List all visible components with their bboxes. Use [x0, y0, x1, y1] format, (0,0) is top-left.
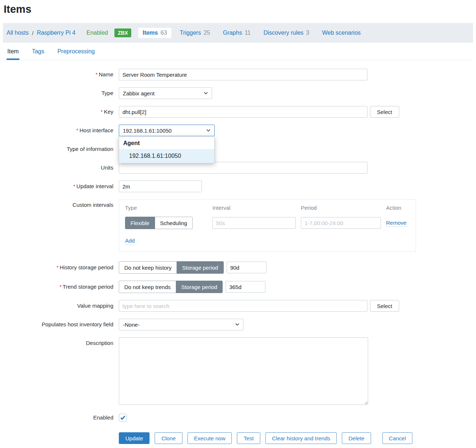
- trend-toggle-do-not-keep[interactable]: Do not keep trends: [119, 281, 176, 293]
- row-name: *Name: [3, 69, 473, 80]
- host-interface-select[interactable]: 192.168.1.61:10050: [119, 125, 215, 136]
- ci-remove-link[interactable]: Remove: [386, 219, 407, 227]
- nav-graphs-count: 11: [245, 30, 251, 36]
- custom-intervals-label: Custom intervals: [3, 199, 119, 211]
- type-label: Type: [3, 87, 119, 99]
- delete-button[interactable]: Delete: [342, 432, 371, 444]
- ci-add-link[interactable]: Add: [125, 237, 135, 244]
- update-interval-input[interactable]: [119, 181, 202, 192]
- host-interface-wrap: 192.168.1.61:10050 Agent 192.168.1.61:10…: [119, 125, 215, 136]
- name-input[interactable]: [119, 69, 367, 80]
- type-of-information-label: Type of information: [3, 143, 119, 155]
- row-custom-intervals: Custom intervals Type Interval Period Ac…: [3, 199, 473, 261]
- row-enabled: Enabled: [3, 412, 473, 424]
- key-label: *Key: [3, 106, 119, 118]
- nav-triggers-link[interactable]: Triggers: [180, 30, 201, 36]
- required-mark: *: [59, 284, 61, 290]
- check-icon: [120, 415, 125, 420]
- host-interface-label: *Host interface: [3, 125, 119, 136]
- value-mapping-select-button[interactable]: Select: [370, 300, 399, 312]
- cancel-button[interactable]: Cancel: [382, 432, 413, 444]
- test-button[interactable]: Test: [237, 432, 260, 444]
- tab-preprocessing[interactable]: Preprocessing: [57, 43, 95, 60]
- required-mark: *: [95, 71, 98, 77]
- required-mark: *: [76, 127, 79, 133]
- row-value-mapping: Value mapping Select: [3, 300, 473, 312]
- custom-intervals-grid: Type Interval Period Action Flexible Sch…: [125, 204, 416, 229]
- row-inventory-field: Populates host inventory field -None-: [3, 319, 473, 330]
- name-label: *Name: [3, 69, 119, 80]
- ci-toggle-scheduling[interactable]: Scheduling: [155, 217, 193, 229]
- clone-button[interactable]: Clone: [155, 432, 182, 444]
- tab-tags[interactable]: Tags: [31, 43, 45, 60]
- ci-period-input[interactable]: [301, 217, 381, 229]
- history-toggle-storage-period[interactable]: Storage period: [177, 261, 223, 274]
- nav-discovery-rules-count: 3: [306, 30, 309, 36]
- tab-item[interactable]: Item: [7, 43, 19, 60]
- trend-storage-input[interactable]: [226, 281, 265, 293]
- update-button[interactable]: Update: [119, 432, 150, 444]
- nav-item-items[interactable]: Items 63: [138, 28, 171, 38]
- page-title: Items: [0, 0, 476, 15]
- inventory-field-select[interactable]: -None-: [119, 319, 243, 330]
- units-input[interactable]: [119, 162, 367, 174]
- dropdown-group-agent: Agent: [119, 136, 214, 149]
- type-select-value: Zabbix agent: [123, 90, 155, 96]
- nav-item-graphs[interactable]: Graphs 11: [219, 28, 255, 38]
- chevron-down-icon: [206, 129, 211, 132]
- row-trend-storage: *Trend storage period Do not keep trends…: [3, 281, 473, 293]
- nav-items-link[interactable]: Items: [143, 30, 158, 36]
- breadcrumb-host-link[interactable]: Raspberry Pi 4: [37, 30, 76, 36]
- ci-type-cell: Flexible Scheduling: [125, 217, 212, 229]
- value-mapping-input[interactable]: [119, 300, 367, 312]
- row-key: *Key Select: [3, 106, 473, 118]
- nav-item-web-scenarios[interactable]: Web scenarios: [318, 28, 365, 38]
- breadcrumb-all-hosts-link[interactable]: All hosts: [7, 30, 29, 36]
- host-nav: Items 63 Triggers 25 Graphs 11 Discovery…: [138, 28, 365, 38]
- trend-toggle-storage-period[interactable]: Storage period: [176, 281, 223, 293]
- host-status-enabled: Enabled: [86, 30, 108, 36]
- nav-web-scenarios-link[interactable]: Web scenarios: [322, 30, 361, 36]
- nav-discovery-rules-link[interactable]: Discovery rules: [264, 30, 303, 36]
- type-select[interactable]: Zabbix agent: [119, 87, 212, 99]
- ci-col-action: Action: [386, 204, 416, 212]
- row-type-of-information: Type of information: [3, 143, 473, 155]
- chevron-down-icon: [235, 323, 239, 326]
- nav-item-triggers[interactable]: Triggers 25: [175, 28, 215, 38]
- history-storage-toggle: Do not keep history Storage period: [119, 261, 224, 274]
- required-mark: *: [73, 183, 75, 189]
- ci-toggle-flexible[interactable]: Flexible: [125, 217, 155, 229]
- execute-now-button[interactable]: Execute now: [188, 432, 232, 444]
- nav-graphs-link[interactable]: Graphs: [223, 30, 242, 36]
- custom-intervals-block: Type Interval Period Action Flexible Sch…: [119, 199, 416, 252]
- row-update-interval: *Update interval: [3, 181, 473, 192]
- form-tabbar: Item Tags Preprocessing: [3, 43, 473, 60]
- history-storage-input[interactable]: [227, 262, 267, 273]
- chevron-down-icon: [204, 92, 208, 95]
- clear-history-button[interactable]: Clear history and trends: [265, 432, 337, 444]
- row-type: Type Zabbix agent: [3, 87, 473, 99]
- host-interface-select-value: 192.168.1.61:10050: [123, 128, 171, 134]
- nav-triggers-count: 25: [204, 30, 210, 36]
- row-units: Units: [3, 162, 473, 174]
- key-input[interactable]: [119, 106, 367, 118]
- nav-items-count: 63: [160, 30, 167, 36]
- nav-item-discovery-rules[interactable]: Discovery rules 3: [259, 28, 314, 38]
- item-form: *Name Type Zabbix agent *Key Select *Hos…: [3, 60, 473, 448]
- inventory-field-select-value: -None-: [123, 322, 140, 328]
- enabled-label: Enabled: [3, 412, 119, 424]
- ci-interval-input[interactable]: [212, 217, 296, 229]
- enabled-checkbox[interactable]: [119, 414, 127, 422]
- ci-type-toggle: Flexible Scheduling: [125, 217, 193, 229]
- ci-action-cell: Remove: [386, 217, 416, 229]
- breadcrumb: All hosts / Raspberry Pi 4 Enabled ZBX I…: [3, 23, 473, 43]
- inventory-field-label: Populates host inventory field: [3, 319, 119, 330]
- history-toggle-do-not-keep[interactable]: Do not keep history: [119, 261, 177, 274]
- dropdown-option-interface[interactable]: 192.168.1.61:10050: [119, 149, 214, 163]
- ci-period-cell: [301, 217, 386, 229]
- host-interface-dropdown: Agent 192.168.1.61:10050: [119, 136, 215, 163]
- key-select-button[interactable]: Select: [370, 106, 399, 118]
- item-form-panel: Item Tags Preprocessing *Name Type Zabbi…: [3, 43, 473, 448]
- trend-storage-toggle: Do not keep trends Storage period: [119, 281, 223, 293]
- description-textarea[interactable]: [119, 337, 368, 405]
